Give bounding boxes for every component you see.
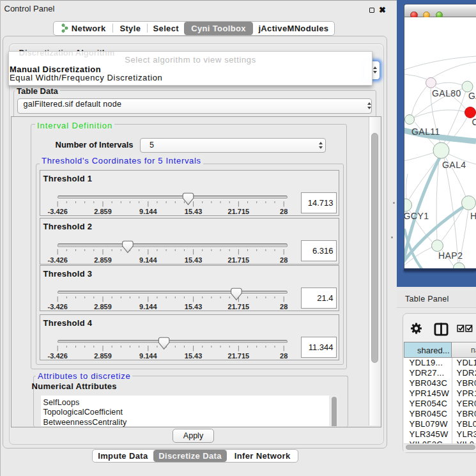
svg-text:GAL80: GAL80	[432, 88, 461, 98]
svg-text:GCY1: GCY1	[404, 211, 429, 221]
svg-text:C: C	[472, 117, 476, 127]
svg-text:GAL4: GAL4	[442, 160, 466, 170]
svg-text:GA: GA	[468, 91, 476, 101]
svg-text:H: H	[470, 211, 476, 221]
svg-text:GAL11: GAL11	[411, 127, 440, 137]
svg-text:HAP2: HAP2	[438, 250, 463, 261]
